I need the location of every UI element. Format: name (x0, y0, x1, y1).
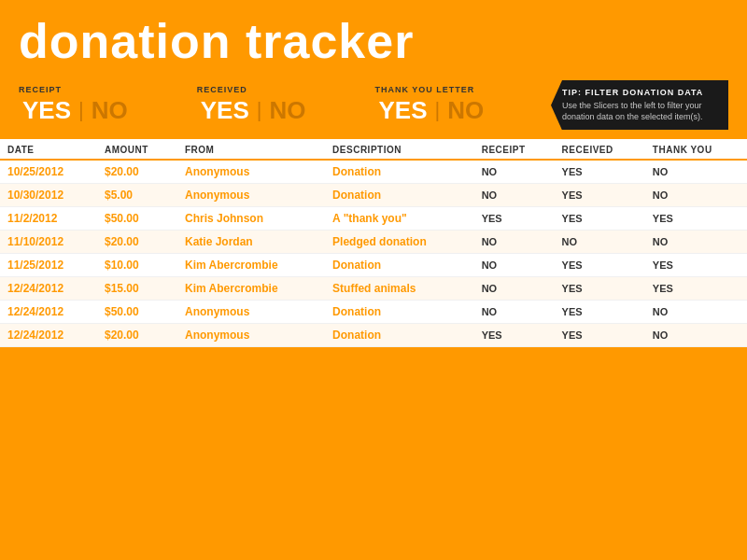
table-cell: 10/30/2012 (0, 184, 97, 207)
table-cell: Anonymous (177, 184, 325, 207)
table-cell: YES (555, 207, 645, 231)
donations-table: DATE AMOUNT FROM DESCRIPTION RECEIPT REC… (0, 139, 747, 347)
received-divider: | (257, 98, 262, 122)
table-cell: 11/10/2012 (0, 231, 97, 254)
table-cell: 12/24/2012 (0, 324, 97, 347)
slicers-section: RECEIPT YES | NO RECEIVED YES | NO THANK… (0, 80, 747, 130)
table-cell: NO (474, 231, 555, 254)
table-cell: NO (474, 277, 555, 301)
table-cell: YES (645, 254, 747, 277)
table-row: 11/2/2012$50.00Chris JohnsonA "thank you… (0, 207, 747, 231)
table-cell: Kim Abercrombie (177, 277, 325, 301)
table-row: 12/24/2012$15.00Kim AbercrombieStuffed a… (0, 277, 747, 301)
page-header: donation tracker (0, 0, 747, 75)
table-cell: $50.00 (97, 301, 177, 324)
table-cell: Donation (325, 324, 474, 347)
receipt-divider: | (78, 98, 84, 122)
tip-box: TIP: FILTER DONATION DATA Use the Slicer… (551, 80, 728, 130)
table-row: 10/30/2012$5.00AnonymousDonationNOYESNO (0, 184, 747, 207)
table-cell: YES (555, 301, 645, 324)
table-cell: NO (645, 231, 747, 254)
table-cell: YES (474, 207, 555, 231)
thankyou-slicer-options: YES | NO (375, 96, 488, 125)
tip-text: Use the Slicers to the left to filter yo… (562, 101, 717, 122)
table-cell: Donation (325, 254, 474, 277)
table-row: 11/10/2012$20.00Katie JordanPledged dona… (0, 231, 747, 254)
thankyou-slicer: THANK YOU LETTER YES | NO (375, 85, 488, 125)
table-cell: $15.00 (97, 277, 177, 301)
received-slicer-options: YES | NO (197, 96, 310, 125)
table-cell: NO (555, 231, 645, 254)
table-row: 11/25/2012$10.00Kim AbercrombieDonationN… (0, 254, 747, 277)
thankyou-slicer-label: THANK YOU LETTER (375, 85, 488, 94)
table-cell: Chris Johnson (177, 207, 325, 231)
table-cell: YES (645, 207, 747, 231)
col-amount: AMOUNT (97, 139, 177, 160)
receipt-slicer-options: YES | NO (19, 96, 132, 125)
table-cell: YES (555, 324, 645, 347)
thankyou-divider: | (435, 98, 441, 122)
table-cell: $20.00 (97, 324, 177, 347)
col-date: DATE (0, 139, 97, 160)
donations-table-container: DATE AMOUNT FROM DESCRIPTION RECEIPT REC… (0, 139, 747, 347)
table-cell: $20.00 (97, 160, 177, 184)
col-receipt: RECEIPT (474, 139, 555, 160)
table-cell: NO (474, 184, 555, 207)
table-header-row: DATE AMOUNT FROM DESCRIPTION RECEIPT REC… (0, 139, 747, 160)
received-yes-option[interactable]: YES (197, 96, 253, 125)
table-cell: YES (645, 277, 747, 301)
received-slicer-label: RECEIVED (197, 85, 310, 94)
table-row: 12/24/2012$50.00AnonymousDonationNOYESNO (0, 301, 747, 324)
table-cell: NO (645, 324, 747, 347)
table-cell: YES (555, 254, 645, 277)
table-cell: Anonymous (177, 160, 325, 184)
table-cell: NO (645, 160, 747, 184)
receipt-slicer: RECEIPT YES | NO (19, 85, 132, 125)
table-cell: 11/2/2012 (0, 207, 97, 231)
table-cell: NO (645, 301, 747, 324)
table-cell: Pledged donation (325, 231, 474, 254)
table-cell: YES (555, 184, 645, 207)
table-cell: Donation (325, 160, 474, 184)
table-cell: Anonymous (177, 324, 325, 347)
table-cell: NO (645, 184, 747, 207)
received-slicer: RECEIVED YES | NO (197, 85, 310, 125)
col-description: DESCRIPTION (325, 139, 474, 160)
table-cell: 10/25/2012 (0, 160, 97, 184)
table-cell: YES (474, 324, 555, 347)
table-cell: 12/24/2012 (0, 277, 97, 301)
receipt-no-option[interactable]: NO (88, 96, 132, 125)
table-cell: YES (555, 160, 645, 184)
table-cell: Donation (325, 184, 474, 207)
page-title: donation tracker (19, 17, 728, 65)
table-cell: 11/25/2012 (0, 254, 97, 277)
table-row: 10/25/2012$20.00AnonymousDonationNOYESNO (0, 160, 747, 184)
table-row: 12/24/2012$20.00AnonymousDonationYESYESN… (0, 324, 747, 347)
receipt-slicer-label: RECEIPT (19, 85, 132, 94)
slicers-area: RECEIPT YES | NO RECEIVED YES | NO THANK… (19, 85, 525, 125)
thankyou-yes-option[interactable]: YES (375, 96, 431, 125)
table-cell: Donation (325, 301, 474, 324)
table-cell: Stuffed animals (325, 277, 474, 301)
col-thankyou: THANK YOU (645, 139, 747, 160)
table-cell: $5.00 (97, 184, 177, 207)
tip-title: TIP: FILTER DONATION DATA (562, 88, 717, 97)
table-cell: $50.00 (97, 207, 177, 231)
thankyou-no-option[interactable]: NO (444, 96, 487, 125)
col-from: FROM (177, 139, 325, 160)
table-cell: $10.00 (97, 254, 177, 277)
table-cell: NO (474, 301, 555, 324)
table-cell: $20.00 (97, 231, 177, 254)
table-cell: A "thank you" (325, 207, 474, 231)
table-cell: 12/24/2012 (0, 301, 97, 324)
table-cell: NO (474, 160, 555, 184)
table-cell: Katie Jordan (177, 231, 325, 254)
table-cell: NO (474, 254, 555, 277)
received-no-option[interactable]: NO (266, 96, 310, 125)
table-cell: YES (555, 277, 645, 301)
table-cell: Anonymous (177, 301, 325, 324)
receipt-yes-option[interactable]: YES (19, 96, 75, 125)
table-cell: Kim Abercrombie (177, 254, 325, 277)
col-received: RECEIVED (555, 139, 645, 160)
